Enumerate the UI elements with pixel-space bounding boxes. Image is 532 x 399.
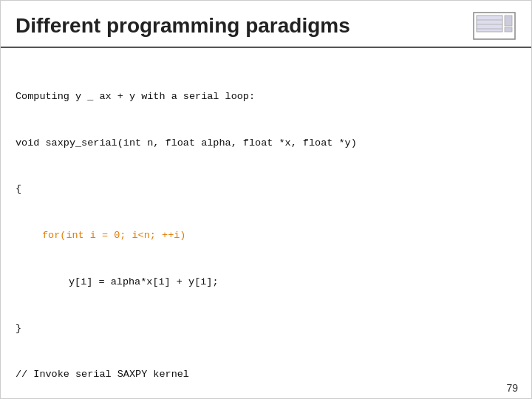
code-content: Computing y _ ax + y with a serial loop:… <box>1 48 531 379</box>
svg-rect-6 <box>505 27 512 32</box>
code-line-5: y[i] = alpha*x[i] + y[i]; <box>69 275 516 290</box>
slide-title: Different programming paradigms <box>16 14 350 38</box>
slide: Different programming paradigms Computin… <box>0 0 532 399</box>
code-line-2: void saxpy_serial(int n, float alpha, fl… <box>16 136 516 151</box>
code-block: Computing y _ ax + y with a serial loop:… <box>16 58 516 379</box>
svg-rect-5 <box>505 16 512 26</box>
for-keyword: for(int i = 0; i<n; ++i) <box>42 230 185 241</box>
svg-rect-1 <box>477 16 502 32</box>
slide-header: Different programming paradigms <box>1 1 531 48</box>
code-line-3: { <box>16 182 516 197</box>
code-line-7: // Invoke serial SAXPY kernel <box>16 367 516 379</box>
slide-footer: 79 <box>1 379 531 398</box>
page-number: 79 <box>506 382 518 394</box>
code-line-1: Computing y _ ax + y with a serial loop: <box>16 89 516 105</box>
code-line-6: } <box>16 321 516 337</box>
code-line-4: for(int i = 0; i<n; ++i) <box>42 228 516 244</box>
logo-icon <box>472 11 516 41</box>
